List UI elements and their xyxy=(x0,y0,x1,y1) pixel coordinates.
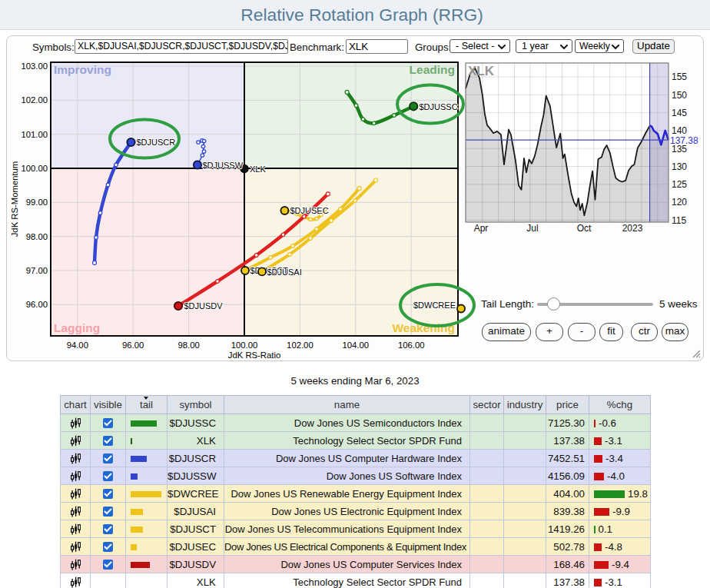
svg-text:150: 150 xyxy=(672,90,687,101)
svg-text:XLK: XLK xyxy=(468,64,495,78)
svg-text:JdK RS-Momentum: JdK RS-Momentum xyxy=(10,161,19,238)
svg-text:104.00: 104.00 xyxy=(343,341,370,350)
svg-text:Improving: Improving xyxy=(54,63,111,76)
svg-text:Leading: Leading xyxy=(410,63,455,76)
svg-text:101.00: 101.00 xyxy=(21,130,48,139)
svg-text:106.00: 106.00 xyxy=(398,341,425,350)
svg-text:100.00: 100.00 xyxy=(21,164,48,173)
svg-text:97.00: 97.00 xyxy=(26,266,48,275)
svg-text:96.00: 96.00 xyxy=(26,300,48,309)
svg-text:$DJUSCR: $DJUSCR xyxy=(137,138,176,147)
svg-text:155: 155 xyxy=(672,71,687,82)
svg-text:96.00: 96.00 xyxy=(122,341,144,350)
svg-text:$DWCREE: $DWCREE xyxy=(413,301,456,310)
svg-text:Oct: Oct xyxy=(577,223,592,234)
svg-text:Apr: Apr xyxy=(474,223,489,234)
svg-text:120: 120 xyxy=(672,197,687,208)
svg-text:Lagging: Lagging xyxy=(54,321,100,334)
svg-text:98.00: 98.00 xyxy=(26,232,48,241)
svg-text:JdK RS-Ratio: JdK RS-Ratio xyxy=(228,350,280,360)
svg-text:145: 145 xyxy=(672,108,687,118)
svg-text:103.00: 103.00 xyxy=(21,61,48,71)
svg-text:$DJUSSW: $DJUSSW xyxy=(203,161,244,170)
svg-text:$DJUSSC: $DJUSSC xyxy=(420,102,458,111)
svg-text:2023: 2023 xyxy=(622,223,643,234)
svg-text:XLK: XLK xyxy=(250,164,266,174)
svg-text:$DJUSAI: $DJUSAI xyxy=(267,267,302,277)
svg-text:137.38: 137.38 xyxy=(670,135,698,146)
svg-text:$DJUSEC: $DJUSEC xyxy=(290,206,329,215)
svg-text:$DJUSDV: $DJUSDV xyxy=(184,301,224,311)
svg-text:98.00: 98.00 xyxy=(178,341,199,350)
svg-text:102.00: 102.00 xyxy=(287,341,314,350)
svg-text:115: 115 xyxy=(672,215,686,226)
svg-text:94.00: 94.00 xyxy=(67,341,88,350)
svg-text:Jul: Jul xyxy=(526,223,538,234)
svg-text:125: 125 xyxy=(672,179,687,190)
svg-text:99.00: 99.00 xyxy=(26,198,48,207)
svg-text:100.00: 100.00 xyxy=(231,341,258,350)
svg-text:130: 130 xyxy=(672,161,687,172)
svg-text:102.00: 102.00 xyxy=(21,95,48,105)
